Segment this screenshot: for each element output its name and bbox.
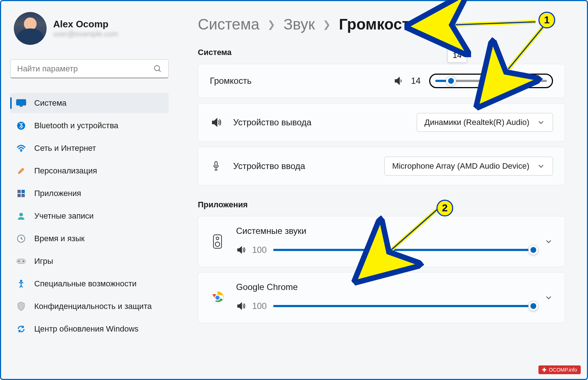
watermark: OCOMP.info bbox=[538, 365, 581, 374]
svg-line-28 bbox=[392, 209, 437, 250]
annotation-arrows bbox=[0, 0, 588, 380]
svg-line-26 bbox=[508, 27, 543, 69]
